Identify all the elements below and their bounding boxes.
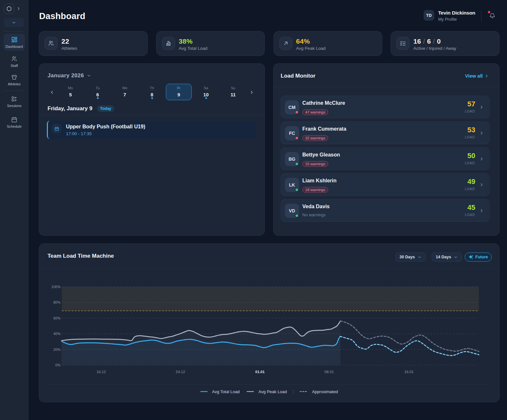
svg-text:60%: 60% [53,316,60,320]
svg-text:24.12: 24.12 [176,370,185,374]
svg-text:40%: 40% [53,332,60,336]
svg-text:80%: 80% [53,300,60,304]
svg-text:08.01: 08.01 [325,370,334,374]
svg-text:100%: 100% [51,285,60,289]
svg-text:01.01: 01.01 [255,370,265,374]
svg-text:0%: 0% [55,363,60,367]
svg-text:16.01: 16.01 [405,370,414,374]
svg-text:20%: 20% [53,348,60,351]
svg-text:16.12: 16.12 [97,370,106,374]
